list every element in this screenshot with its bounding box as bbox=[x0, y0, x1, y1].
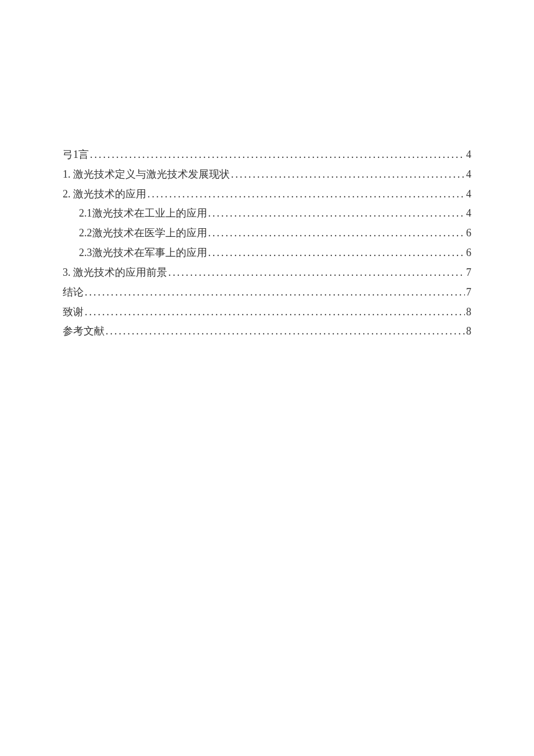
toc-entry-label: 2.1激光技术在工业上的应用 bbox=[79, 204, 207, 224]
toc-entry[interactable]: 2.1激光技术在工业上的应用 4 bbox=[63, 204, 471, 224]
toc-entry-label: 致谢 bbox=[63, 303, 84, 322]
toc-entry[interactable]: 结论 7 bbox=[63, 283, 471, 303]
toc-entry-label: 3. 激光技术的应用前景 bbox=[63, 263, 167, 283]
toc-entry-page: 8 bbox=[465, 322, 471, 341]
toc-entry-label: 2.3激光技术在军事上的应用 bbox=[79, 243, 207, 263]
toc-entry-page: 6 bbox=[465, 224, 471, 243]
toc-entry-page: 4 bbox=[465, 204, 471, 224]
table-of-contents: 弓1言 4 1. 激光技术定义与激光技术发展现状 4 2. 激光技术的应用 4 … bbox=[63, 145, 471, 341]
toc-entry-page: 6 bbox=[465, 243, 471, 263]
toc-entry[interactable]: 弓1言 4 bbox=[63, 145, 471, 165]
toc-leader bbox=[104, 322, 465, 341]
toc-leader bbox=[84, 283, 465, 303]
toc-entry[interactable]: 2.2激光技术在医学上的应用 6 bbox=[63, 224, 471, 243]
toc-leader bbox=[84, 303, 465, 322]
toc-leader bbox=[230, 165, 465, 185]
toc-entry-label: 1. 激光技术定义与激光技术发展现状 bbox=[63, 165, 230, 185]
toc-entry[interactable]: 参考文献 8 bbox=[63, 322, 471, 341]
toc-entry[interactable]: 2. 激光技术的应用 4 bbox=[63, 185, 471, 204]
toc-leader bbox=[207, 224, 466, 243]
toc-entry-page: 4 bbox=[465, 185, 471, 204]
toc-entry-label: 结论 bbox=[63, 283, 84, 303]
toc-entry[interactable]: 致谢 8 bbox=[63, 303, 471, 322]
toc-leader bbox=[146, 185, 465, 204]
toc-entry-label: 2.2激光技术在医学上的应用 bbox=[79, 224, 207, 243]
toc-entry-page: 7 bbox=[465, 263, 471, 283]
toc-leader bbox=[89, 145, 465, 165]
toc-leader bbox=[207, 243, 466, 263]
toc-entry[interactable]: 1. 激光技术定义与激光技术发展现状 4 bbox=[63, 165, 471, 185]
toc-entry[interactable]: 2.3激光技术在军事上的应用 6 bbox=[63, 243, 471, 263]
toc-entry[interactable]: 3. 激光技术的应用前景 7 bbox=[63, 263, 471, 283]
toc-entry-page: 4 bbox=[465, 165, 471, 185]
toc-leader bbox=[207, 204, 466, 224]
toc-entry-page: 8 bbox=[465, 303, 471, 322]
toc-entry-label: 2. 激光技术的应用 bbox=[63, 185, 146, 204]
toc-entry-label: 参考文献 bbox=[63, 322, 104, 341]
toc-entry-label: 弓1言 bbox=[63, 145, 89, 165]
toc-entry-page: 4 bbox=[465, 145, 471, 165]
toc-entry-page: 7 bbox=[465, 283, 471, 303]
toc-leader bbox=[167, 263, 465, 283]
